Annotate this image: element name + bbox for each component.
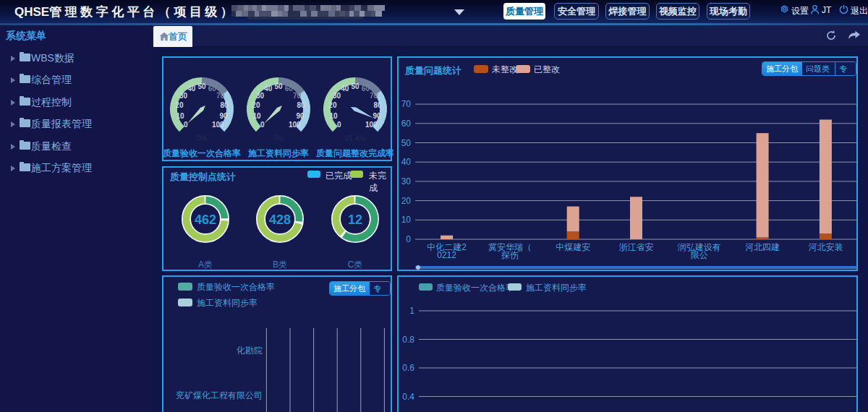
svg-text:20: 20 [401,196,412,206]
svg-text:60: 60 [401,119,412,129]
svg-text:0: 0 [260,121,265,129]
svg-text:20: 20 [328,101,337,109]
svg-text:化勘院: 化勘院 [236,346,263,356]
svg-text:60: 60 [362,85,370,93]
svg-text:兖矿煤化工程有限公司: 兖矿煤化工程有限公司 [176,390,263,400]
svg-text:C类: C类 [348,259,363,270]
svg-text:70: 70 [401,99,412,109]
svg-text:40: 40 [341,85,349,93]
svg-text:100: 100 [365,121,378,129]
svg-text:50: 50 [401,138,412,148]
svg-text:20: 20 [252,101,260,109]
svg-text:428: 428 [269,213,291,227]
svg-text:施工资料同步率: 施工资料同步率 [247,148,309,158]
svg-text:40: 40 [187,85,196,93]
svg-text:10: 10 [401,215,412,225]
svg-text:50: 50 [351,82,359,90]
svg-text:河北四建: 河北四建 [745,242,780,252]
svg-text:100: 100 [212,121,224,129]
svg-text:50: 50 [274,82,283,90]
svg-text:探伤: 探伤 [501,250,519,260]
svg-text:70: 70 [293,92,302,100]
svg-text:浙江省安: 浙江省安 [619,242,654,252]
svg-text:10: 10 [252,112,261,120]
svg-text:50: 50 [197,82,206,90]
svg-text:10: 10 [329,112,338,120]
svg-text:0%: 0% [197,134,208,142]
svg-text:80: 80 [221,101,229,109]
svg-text:90: 90 [296,112,305,120]
svg-text:80: 80 [374,101,383,109]
svg-text:0212: 0212 [437,250,456,260]
svg-text:60: 60 [285,85,294,93]
svg-text:0: 0 [406,234,411,244]
svg-text:B类: B类 [273,259,287,270]
svg-text:质量验收一次合格率: 质量验收一次合格率 [163,148,241,158]
svg-text:91.4%: 91.4% [345,134,365,142]
svg-text:中煤建安: 中煤建安 [556,242,590,252]
svg-text:限公: 限公 [691,250,708,260]
svg-text:30: 30 [256,92,265,100]
svg-text:0: 0 [337,121,341,129]
svg-text:462: 462 [195,213,216,227]
svg-text:90: 90 [373,112,381,120]
svg-text:40: 40 [264,85,273,93]
svg-text:80: 80 [297,101,306,109]
svg-text:40: 40 [401,157,412,167]
svg-text:70: 70 [216,92,225,100]
svg-text:1: 1 [409,306,414,316]
svg-text:20: 20 [175,101,184,109]
svg-text:0.6: 0.6 [402,363,414,373]
svg-text:10: 10 [176,112,184,120]
svg-text:30: 30 [179,92,188,100]
svg-text:70: 70 [370,92,378,100]
svg-text:100: 100 [289,121,301,129]
svg-text:0%: 0% [273,134,284,142]
svg-text:质量问题整改完成率: 质量问题整改完成率 [315,148,393,158]
svg-text:0.4: 0.4 [402,392,414,402]
svg-text:A类: A类 [198,259,213,270]
svg-text:60: 60 [208,85,217,93]
svg-text:30: 30 [333,92,341,100]
svg-text:0: 0 [184,121,188,129]
svg-text:12: 12 [348,213,362,227]
svg-text:0.8: 0.8 [402,335,414,345]
svg-text:河北安装: 河北安装 [808,242,843,252]
svg-text:90: 90 [219,112,228,120]
svg-text:30: 30 [401,176,412,186]
